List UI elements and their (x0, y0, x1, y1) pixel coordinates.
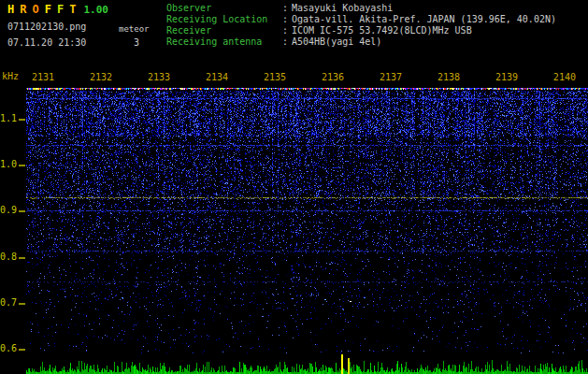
freq-tick-mark (19, 210, 25, 212)
time-tick-label: 2139 (495, 72, 518, 82)
meta-separator: : (282, 36, 292, 48)
meta-label: Receiving Location (166, 14, 282, 25)
freq-tick-label: 1.0 (0, 160, 16, 169)
spectrogram-canvas (26, 88, 588, 353)
freq-tick-mark (19, 303, 25, 305)
channel-count: 3 (134, 37, 139, 48)
meta-row-location: Receiving Location : Ogata-vill. Akita-P… (166, 14, 556, 25)
freq-tick-label: 0.9 (0, 206, 16, 215)
time-tick-label: 2138 (437, 72, 460, 82)
logo-letter: T (69, 3, 76, 16)
logo-letter: O (32, 3, 38, 16)
logo-letter: F (45, 3, 51, 16)
logo-letter: F (57, 3, 64, 16)
time-tick-label: 2133 (148, 72, 170, 82)
freq-tick-label: 0.8 (0, 252, 16, 262)
meta-separator: : (282, 25, 292, 36)
meta-row-receiver: Receiver : ICOM IC-575 53.7492(8LCD)MHz … (166, 25, 556, 36)
meta-label: Receiver (166, 25, 282, 36)
meta-value: A504HB(yagi 4el) (292, 36, 381, 48)
meta-separator: : (282, 14, 292, 25)
freq-tick-mark (19, 119, 25, 121)
time-tick-label: 2140 (553, 72, 576, 82)
observation-meta: Observer : Masayuki Kobayashi Receiving … (166, 3, 556, 48)
time-tick-label: 2135 (264, 72, 286, 82)
time-tick-label: 2131 (32, 72, 54, 82)
freq-axis: 1.11.00.90.80.70.6 (0, 0, 26, 374)
time-tick-label: 2134 (206, 72, 228, 82)
meta-row-antenna: Receiving antenna : A504HB(yagi 4el) (166, 36, 556, 48)
time-axis: 2131213221332134213521362137213821392140 (32, 72, 576, 82)
freq-tick-label: 0.6 (0, 344, 16, 353)
time-tick-label: 2136 (322, 72, 344, 82)
freq-tick-mark (19, 257, 25, 259)
meta-label: Observer (166, 3, 282, 14)
freq-tick-label: 1.1 (0, 114, 16, 123)
freq-tick-mark (19, 165, 25, 166)
meta-label: Receiving antenna (166, 36, 282, 48)
meta-value: ICOM IC-575 53.7492(8LCD)MHz USB (292, 25, 472, 36)
power-canvas (26, 354, 588, 374)
mode-label: meteor (119, 24, 150, 34)
time-tick-label: 2137 (380, 72, 402, 82)
meta-separator: : (282, 3, 292, 14)
freq-tick-mark (19, 349, 25, 351)
meta-value: Masayuki Kobayashi (292, 3, 393, 14)
meta-row-observer: Observer : Masayuki Kobayashi (166, 3, 556, 14)
freq-tick-label: 0.7 (0, 298, 16, 308)
time-tick-label: 2132 (90, 72, 112, 82)
hrofft-screen: HROFFT1.00 0711202130.png meteor 07.11.2… (0, 0, 588, 374)
app-version: 1.00 (83, 4, 108, 16)
meta-value: Ogata-vill. Akita-Pref. JAPAN (139.96E, … (292, 14, 556, 25)
